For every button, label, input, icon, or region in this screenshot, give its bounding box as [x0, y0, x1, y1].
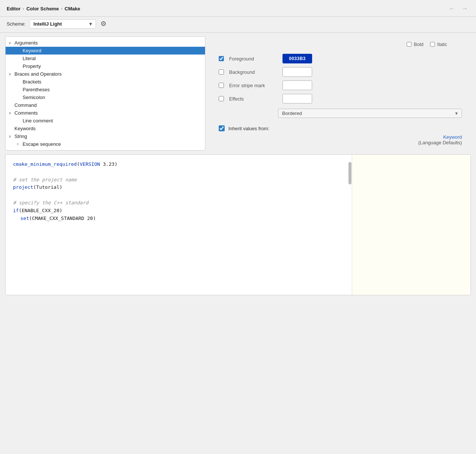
breadcrumb-sep-1: › [23, 6, 24, 11]
tree-arrow-13: > [17, 142, 22, 146]
scheme-row: Scheme: IntelliJ Light ▾ ⚙ [0, 17, 476, 32]
code-main: cmake_minimum_required(VERSION 3.23) # s… [13, 161, 348, 289]
code-part-7-0: set [20, 216, 29, 221]
breadcrumb: Editor › Color Scheme › CMake [7, 6, 80, 11]
inherit-checkbox[interactable] [219, 125, 225, 131]
code-indent-7 [13, 215, 20, 223]
tree-item-label-4: Braces and Operators [14, 71, 62, 77]
tree-item-label-10: Line comment [23, 118, 53, 124]
tree-item-label-5: Brackets [23, 79, 42, 85]
code-part-6-1: (ENABLE_CXX_20) [19, 208, 62, 213]
code-line-5: # specify the C++ standard [13, 199, 345, 207]
scrollbar-thumb[interactable] [348, 162, 351, 184]
background-label: Background [229, 69, 277, 75]
code-preview: cmake_minimum_required(VERSION 3.23) # s… [5, 154, 471, 295]
breadcrumb-editor: Editor [7, 6, 21, 11]
tree-item-label-8: Command [14, 102, 37, 108]
tree-item-label-1: Keyword [23, 48, 42, 53]
foreground-color-swatch[interactable]: 0033B3 [282, 54, 312, 63]
effects-label: Effects [229, 96, 277, 102]
tree-item-8[interactable]: Command [6, 101, 205, 109]
chevron-down-icon: ▾ [455, 111, 458, 116]
code-line-7: set(CMAKE_CXX_STANDARD 20) [13, 215, 345, 223]
bordered-label: Bordered [282, 111, 302, 116]
tree-item-4[interactable]: ∨Braces and Operators [6, 70, 205, 78]
italic-checkbox-label[interactable]: Italic [430, 42, 447, 47]
background-color-swatch[interactable] [282, 67, 312, 77]
background-checkbox[interactable] [219, 69, 224, 75]
code-line-3: project(Tutorial) [13, 184, 345, 191]
bordered-select[interactable]: Bordered ▾ [278, 109, 462, 118]
foreground-row: Foreground 0033B3 [219, 54, 462, 63]
italic-checkbox[interactable] [430, 42, 435, 47]
foreground-label: Foreground [229, 56, 277, 62]
inherit-link[interactable]: Keyword [443, 134, 462, 140]
background-row: Background [219, 67, 462, 77]
top-bar: Editor › Color Scheme › CMake ← → [0, 0, 476, 16]
tree-item-5[interactable]: Brackets [6, 78, 205, 86]
tree-arrow-12: ∨ [9, 134, 14, 138]
tree-item-12[interactable]: ∨String [6, 132, 205, 140]
code-part-0-2: VERSION [80, 161, 100, 167]
code-part-0-3: 3.23) [100, 161, 118, 167]
tree-item-1[interactable]: Keyword [6, 47, 205, 55]
inherit-label: Inherit values from: [228, 126, 270, 131]
inherit-from: Keyword (Language Defaults) [219, 134, 462, 145]
code-part-0-1: ( [77, 161, 80, 167]
forward-arrow-button[interactable]: → [460, 4, 469, 13]
code-line-4 [13, 191, 345, 199]
tree-item-label-3: Property [23, 63, 41, 69]
error-stripe-label: Error stripe mark [229, 83, 277, 88]
bold-checkbox-label[interactable]: Bold [407, 42, 423, 47]
tree-item-7[interactable]: Semicolon [6, 93, 205, 101]
effects-color-swatch[interactable] [282, 94, 312, 103]
foreground-color-value: 0033B3 [289, 56, 305, 61]
right-panel: Bold Italic Foreground 0033B3 Background… [205, 36, 471, 151]
bold-checkbox[interactable] [407, 42, 411, 47]
tree-item-label-2: Literal [23, 56, 36, 61]
code-part-6-0: if [13, 208, 19, 213]
scheme-divider [0, 32, 476, 33]
breadcrumb-cmake: CMake [65, 6, 80, 11]
tree-item-label-6: Parentheses [23, 87, 50, 92]
tree-item-0[interactable]: ∨Arguments [6, 39, 205, 47]
tree-item-3[interactable]: Property [6, 62, 205, 70]
effects-row: Effects [219, 94, 462, 103]
error-stripe-color-swatch[interactable] [282, 80, 312, 90]
italic-label: Italic [437, 42, 447, 47]
chevron-down-icon: ▾ [89, 21, 92, 27]
error-stripe-checkbox[interactable] [219, 83, 224, 88]
breadcrumb-colorscheme: Color Scheme [26, 6, 59, 11]
effects-checkbox[interactable] [219, 96, 224, 101]
scheme-label: Scheme: [7, 21, 26, 27]
code-line-2: # set the project name [13, 176, 345, 184]
tree-item-11[interactable]: Keywords [6, 125, 205, 132]
code-line-1 [13, 168, 345, 176]
code-right-panel [352, 155, 470, 295]
tree-item-2[interactable]: Literal [6, 55, 205, 62]
code-line-6: if(ENABLE_CXX_20) [13, 207, 345, 215]
nav-arrows: ← → [447, 4, 469, 13]
gear-button[interactable]: ⚙ [100, 19, 107, 29]
scrollbar-track[interactable] [348, 161, 352, 289]
code-comment-2: # set the project name [13, 177, 77, 182]
scheme-value: IntelliJ Light [33, 21, 62, 27]
inherit-row: Inherit values from: [219, 125, 462, 131]
scheme-dropdown[interactable]: IntelliJ Light ▾ [29, 19, 96, 29]
code-comment-5: # specify the C++ standard [13, 200, 89, 205]
error-stripe-row: Error stripe mark [219, 80, 462, 90]
style-checkboxes-row: Bold Italic [219, 42, 462, 47]
tree-item-label-9: Comments [14, 110, 38, 116]
content-area: ∨ArgumentsKeywordLiteralProperty∨Braces … [5, 36, 471, 151]
tree-item-13[interactable]: >Escape sequence [6, 140, 205, 148]
tree-item-9[interactable]: ∨Comments [6, 109, 205, 117]
tree-panel: ∨ArgumentsKeywordLiteralProperty∨Braces … [5, 36, 205, 151]
tree-item-6[interactable]: Parentheses [6, 86, 205, 93]
tree-item-10[interactable]: Line comment [6, 117, 205, 125]
back-arrow-button[interactable]: ← [447, 4, 457, 13]
foreground-checkbox[interactable] [219, 56, 224, 61]
code-part-3-0: project [13, 184, 33, 190]
code-part-7-1: (CMAKE_CXX_STANDARD 20) [29, 216, 96, 221]
tree-item-label-13: Escape sequence [23, 141, 61, 147]
tree-arrow-9: ∨ [9, 111, 14, 115]
